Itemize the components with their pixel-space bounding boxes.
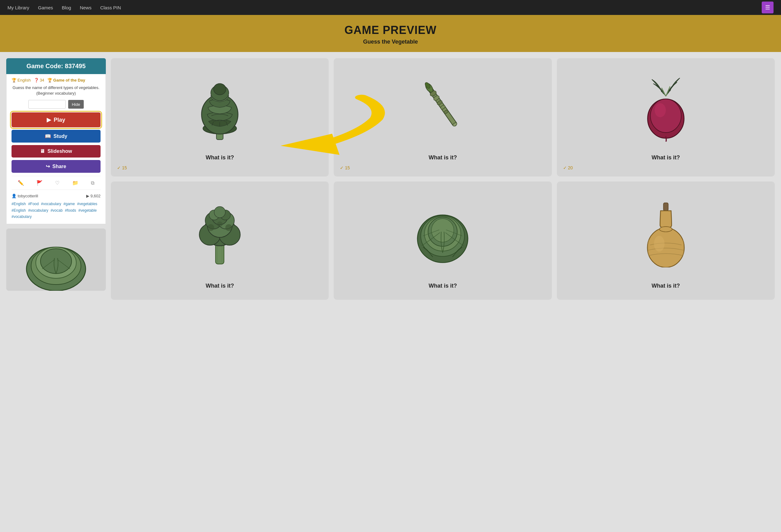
card-broccoli[interactable]: What is it?	[111, 181, 329, 300]
svg-point-46	[660, 226, 672, 232]
person-icon: 👤	[11, 194, 16, 198]
squash-image	[563, 188, 769, 278]
svg-point-45	[648, 228, 684, 268]
copy-icon[interactable]: ⧉	[88, 179, 97, 187]
check-icon-1: ✓	[117, 165, 121, 170]
tag-foods[interactable]: #foods	[65, 208, 76, 213]
trophy-icon: 🏆	[47, 78, 52, 82]
card-label-3: What is it?	[652, 154, 680, 161]
card-beet[interactable]: What is it? ✓ 20	[557, 58, 775, 176]
card-count-3: ✓ 20	[563, 165, 573, 170]
play-count-value: 9,602	[90, 194, 100, 198]
tag-vocabulary2[interactable]: #vocabulary	[28, 208, 48, 213]
game-grid-section: What is it? ✓ 15	[111, 58, 775, 300]
banner: Game Preview Guess the Vegetable	[0, 15, 781, 52]
slideshow-label: Slideshow	[47, 149, 72, 154]
card-asparagus[interactable]: What is it? ✓ 15	[334, 58, 551, 176]
play-button[interactable]: ▶ Play	[11, 112, 100, 127]
artichoke-image	[117, 65, 323, 150]
slideshow-icon: 🖥	[40, 149, 45, 154]
card-count-2: ✓ 15	[340, 165, 350, 170]
flag-icon: 🏆	[11, 78, 16, 82]
svg-point-21	[650, 99, 681, 133]
tag-vegetables[interactable]: #vegetables	[77, 202, 97, 206]
share-button[interactable]: ↪ Share	[11, 160, 100, 173]
nav-blog[interactable]: Blog	[61, 5, 71, 10]
count-value-3: 20	[568, 165, 573, 170]
svg-point-43	[431, 218, 454, 242]
nav-my-library[interactable]: My Library	[7, 5, 29, 10]
game-code: Game Code: 837495	[6, 58, 106, 74]
card-label-4: What is it?	[206, 283, 234, 289]
author: 👤 tobycotterill	[11, 194, 38, 198]
edit-icon[interactable]: ✏️	[15, 179, 27, 187]
asparagus-svg	[415, 73, 471, 141]
broccoli-image	[117, 188, 323, 278]
card-squash[interactable]: What is it?	[557, 181, 775, 300]
count-value-1: 15	[122, 165, 127, 170]
tag-food[interactable]: #Food	[28, 202, 39, 206]
nav-class-pin[interactable]: Class PIN	[100, 5, 121, 10]
main-content: Game Code: 837495 🏆 English ❓ 34 🏆 Game …	[0, 52, 781, 306]
card-label-1: What is it?	[206, 154, 234, 161]
tag-vocabulary[interactable]: #vocabulary	[41, 202, 61, 206]
game-of-day: 🏆 Game of the Day	[47, 78, 85, 82]
question-icon: ❓	[34, 78, 39, 82]
sidebar-info: 🏆 English ❓ 34 🏆 Game of the Day Guess t…	[6, 74, 106, 224]
share-icon: ↪	[46, 163, 50, 169]
language-label: English	[17, 78, 31, 82]
card-cabbage[interactable]: What is it?	[334, 181, 551, 300]
card-label-2: What is it?	[428, 154, 457, 161]
heart-icon[interactable]: ♡	[53, 179, 62, 187]
play-count-icon: ▶	[86, 194, 89, 198]
author-name: tobycotterill	[18, 194, 38, 198]
svg-point-3	[40, 249, 72, 274]
study-button[interactable]: 📖 Study	[11, 130, 100, 142]
tag-vocabulary3[interactable]: #vocabulary	[11, 214, 32, 219]
svg-point-8	[213, 83, 226, 95]
sidebar-bottom-card	[6, 229, 106, 291]
question-count-meta: ❓ 34	[34, 78, 44, 82]
hide-button[interactable]: Hide	[68, 100, 84, 109]
asparagus-image	[340, 65, 545, 150]
flag-icon[interactable]: 🚩	[34, 179, 45, 187]
check-icon-2: ✓	[340, 165, 344, 170]
question-count: 34	[40, 78, 44, 82]
nav-links: My Library Games Blog News Class PIN	[7, 5, 121, 10]
tag-english[interactable]: #English	[11, 202, 26, 206]
card-artichoke[interactable]: What is it? ✓ 15	[111, 58, 329, 176]
play-label: Play	[53, 117, 65, 123]
sidebar: Game Code: 837495 🏆 English ❓ 34 🏆 Game …	[6, 58, 106, 291]
beet-image	[563, 65, 769, 150]
card-label-5: What is it?	[428, 283, 457, 289]
sidebar-meta: 🏆 English ❓ 34 🏆 Game of the Day	[11, 78, 100, 82]
count-value-2: 15	[345, 165, 350, 170]
cabbage-image	[340, 188, 545, 278]
action-icons: ✏️ 🚩 ♡ 📁 ⧉	[11, 176, 100, 190]
artichoke-svg	[192, 73, 248, 141]
slideshow-button[interactable]: 🖥 Slideshow	[11, 145, 100, 158]
card-label-6: What is it?	[652, 283, 680, 289]
game-subtitle: Guess the Vegetable	[0, 39, 781, 45]
tag-vocab[interactable]: #vocab	[50, 208, 63, 213]
svg-rect-44	[663, 203, 668, 210]
beet-svg	[638, 73, 694, 141]
tag-vegetable[interactable]: #vegetable	[78, 208, 97, 213]
tag-game[interactable]: #game	[64, 202, 75, 206]
hide-input[interactable]	[28, 100, 66, 109]
tags: #English #Food #vocabulary #game #vegeta…	[11, 201, 100, 220]
author-row: 👤 tobycotterill ▶ 9,602	[11, 194, 100, 198]
play-count: ▶ 9,602	[86, 194, 100, 198]
squash-svg	[638, 199, 694, 268]
folder-icon[interactable]: 📁	[70, 179, 81, 187]
nav-news[interactable]: News	[80, 5, 91, 10]
card-count-1: ✓ 15	[117, 165, 127, 170]
nav-games[interactable]: Games	[38, 5, 53, 10]
svg-point-35	[214, 206, 225, 217]
svg-point-47	[654, 236, 665, 251]
page-title: Game Preview	[0, 24, 781, 37]
svg-point-36	[208, 224, 214, 231]
game-grid: What is it? ✓ 15	[111, 58, 775, 300]
tag-english2[interactable]: #English	[11, 208, 26, 213]
menu-button[interactable]: ☰	[762, 2, 774, 13]
